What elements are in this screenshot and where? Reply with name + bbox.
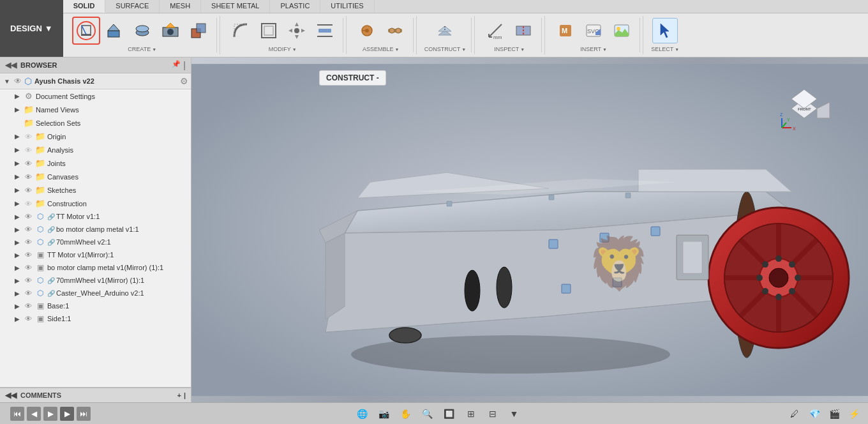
eye-icon[interactable]: 👁: [23, 173, 33, 181]
eye-icon[interactable]: 👁: [23, 302, 33, 310]
tree-item-bo-motor-clamp-mirror[interactable]: ▶ 👁 ▣ bo motor clamp metal v1(Mirror) (1…: [0, 261, 191, 274]
construct-group-label[interactable]: CONSTRUCT ▼: [424, 46, 466, 52]
modify-group-label[interactable]: MODIFY ▼: [269, 46, 297, 52]
animation-button[interactable]: 🎬: [825, 405, 843, 422]
item-label: Sketches: [47, 186, 188, 194]
svg-rect-4: [108, 31, 119, 37]
viewport-3d[interactable]: 🦁: [191, 57, 868, 402]
tree-item-caster-wheel[interactable]: ▶ 👁 ⬡ 🔗 Caster_Wheel_Arduino v2:1: [0, 287, 191, 299]
tab-sheet-metal[interactable]: SHEET METAL: [201, 0, 270, 13]
extrude-button[interactable]: [101, 18, 127, 43]
tab-solid[interactable]: SOLID: [63, 0, 106, 13]
step-back-button[interactable]: ◀: [27, 407, 41, 421]
tree-item-base[interactable]: ▶ 👁 ▣ Base:1: [0, 299, 191, 312]
design-button[interactable]: DESIGN ▼: [0, 0, 63, 57]
offset-plane-button[interactable]: [432, 18, 458, 43]
tree-item-bo-motor-clamp[interactable]: ▶ 👁 ⬡ 🔗 bo motor clamp metal v1:1: [0, 223, 191, 236]
tab-utilities[interactable]: UTILITIES: [320, 0, 374, 13]
inspect-group-label[interactable]: INSPECT ▼: [494, 46, 525, 52]
measure-button[interactable]: mm: [483, 18, 508, 43]
pan-button[interactable]: ✋: [397, 405, 415, 422]
collapse-icon[interactable]: ◀◀: [5, 61, 17, 70]
tree-item-sketches[interactable]: ▶ 👁 📁 Sketches: [0, 183, 191, 197]
insert-mcmaster-button[interactable]: M: [553, 18, 578, 43]
tree-item-canvases[interactable]: ▶ 👁 📁 Canvases: [0, 170, 191, 183]
simulation-button[interactable]: ⚡: [845, 405, 863, 422]
eye-icon[interactable]: 👁: [23, 186, 33, 194]
select-button[interactable]: [652, 18, 678, 43]
eye-icon[interactable]: 👁: [23, 133, 33, 140]
root-visible-icon[interactable]: 👁: [14, 77, 22, 86]
item-label: 70mmWheel v1(Mirror) (1):1: [56, 276, 188, 284]
tree-item-named-views[interactable]: ▶ 📁 Named Views: [0, 103, 191, 116]
create-group-label[interactable]: CREATE ▼: [128, 46, 156, 52]
revolve-button[interactable]: [130, 18, 155, 43]
eye-icon[interactable]: 👁: [23, 238, 33, 246]
section-analysis-button[interactable]: [511, 18, 536, 43]
browser-expand[interactable]: |: [183, 60, 186, 70]
comments-add-icon[interactable]: +: [177, 391, 181, 399]
tab-plastic[interactable]: PLASTIC: [270, 0, 320, 13]
svg-point-28: [396, 28, 401, 33]
joint-button[interactable]: [354, 18, 380, 43]
zoom-button[interactable]: 🔍: [419, 405, 437, 422]
orbit-button[interactable]: 🌐: [354, 405, 371, 422]
display-settings-button[interactable]: ⊟: [484, 405, 502, 422]
hole-button[interactable]: [158, 18, 183, 43]
insert-image-button[interactable]: [609, 18, 634, 43]
eye-icon[interactable]: 👁: [23, 225, 33, 233]
fit-button[interactable]: 🔲: [440, 405, 458, 422]
grid-button[interactable]: ⊞: [462, 405, 480, 422]
tab-mesh[interactable]: MESH: [160, 0, 201, 13]
eye-icon[interactable]: 👁: [23, 264, 33, 271]
tree-item-selection-sets[interactable]: 📁 Selection Sets: [0, 116, 191, 130]
eye-icon[interactable]: 👁: [23, 251, 33, 259]
sketch-palette-button[interactable]: 🖊: [786, 405, 804, 422]
tree-item-origin[interactable]: ▶ 👁 📁 Origin: [0, 130, 191, 143]
align-button[interactable]: [312, 18, 338, 43]
tree-item-analysis[interactable]: ▶ 👁 📁 Analysis: [0, 143, 191, 156]
eye-icon[interactable]: 👁: [23, 276, 33, 284]
eye-icon[interactable]: 👁: [23, 146, 33, 154]
tree-item-joints[interactable]: ▶ 👁 📁 Joints: [0, 156, 191, 170]
eye-icon[interactable]: 👁: [23, 315, 33, 322]
sketch-tool-button[interactable]: [73, 18, 99, 43]
root-settings-icon[interactable]: ⚙: [180, 76, 188, 86]
browser-pin[interactable]: 📌: [172, 60, 181, 70]
go-to-start-button[interactable]: ⏮: [10, 407, 24, 421]
move-button[interactable]: [284, 18, 310, 43]
insert-svg-button[interactable]: SVG: [581, 18, 606, 43]
tree-item-tt-motor-mirror[interactable]: ▶ 👁 ▣ TT Motor v1(Mirror):1: [0, 248, 191, 261]
comments-expand-icon[interactable]: |: [184, 391, 186, 399]
tree-item-document-settings[interactable]: ▶ ⚙ Document Settings: [0, 89, 191, 103]
tab-surface[interactable]: SURFACE: [105, 0, 160, 13]
bottom-toolbar: ⏮ ◀ ▶ ▶ ⏭ 🌐 📷 ✋ 🔍 🔲 ⊞ ⊟ ▼ 🖊 💎 🎬 ⚡: [0, 402, 868, 424]
select-group-label[interactable]: SELECT ▼: [651, 46, 679, 52]
step-forward-button[interactable]: ▶: [60, 407, 74, 421]
assemble-group-label[interactable]: ASSEMBLE ▼: [363, 46, 399, 52]
go-to-end-button[interactable]: ⏭: [77, 407, 91, 421]
collapse-icon-comments[interactable]: ◀◀: [5, 391, 17, 400]
tree-item-side1[interactable]: ▶ 👁 ▣ Side1:1: [0, 312, 191, 325]
tree-item-tt-motor[interactable]: ▶ 👁 ⬡ 🔗 TT Motor v1:1: [0, 210, 191, 223]
eye-icon[interactable]: 👁: [23, 213, 33, 220]
view-camera-button[interactable]: 📷: [375, 405, 393, 422]
tree-item-70mm-wheel[interactable]: ▶ 👁 ⬡ 🔗 70mmWheel v2:1: [0, 236, 191, 248]
fillet-button[interactable]: [228, 18, 253, 43]
more-display-button[interactable]: ▼: [505, 405, 523, 422]
tree-item-construction[interactable]: ▶ 👁 📁 Construction: [0, 197, 191, 210]
navigation-cube[interactable]: FRONT Z X Y: [779, 83, 830, 134]
eye-icon[interactable]: 👁: [23, 160, 33, 167]
shell-button[interactable]: [256, 18, 281, 43]
root-component-item[interactable]: ▼ 👁 ⬡ Ayush Chasis v22 ⚙: [0, 73, 191, 89]
root-expand-arrow[interactable]: ▼: [3, 78, 11, 85]
item-label: bo motor clamp metal v1(Mirror) (1):1: [47, 264, 188, 271]
play-button[interactable]: ▶: [43, 407, 57, 421]
eye-icon[interactable]: 👁: [23, 200, 33, 208]
eye-icon[interactable]: 👁: [23, 289, 33, 297]
insert-group-label[interactable]: INSERT ▼: [580, 46, 607, 52]
drive-joint-button[interactable]: [382, 18, 408, 43]
tree-item-70mm-wheel-mirror[interactable]: ▶ 👁 ⬡ 🔗 70mmWheel v1(Mirror) (1):1: [0, 274, 191, 287]
render-button[interactable]: 💎: [805, 405, 823, 422]
boolean-button[interactable]: [186, 18, 211, 43]
